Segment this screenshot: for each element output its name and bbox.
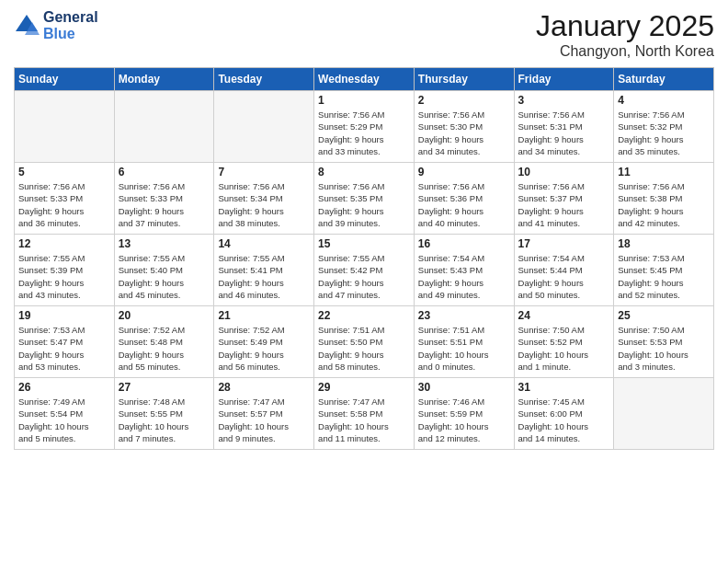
calendar-cell <box>114 91 214 163</box>
day-info: Sunrise: 7:54 AM Sunset: 5:43 PM Dayligh… <box>418 252 510 301</box>
calendar-week-3: 12Sunrise: 7:55 AM Sunset: 5:39 PM Dayli… <box>15 235 714 306</box>
calendar-cell: 15Sunrise: 7:55 AM Sunset: 5:42 PM Dayli… <box>314 235 415 306</box>
day-number: 8 <box>318 166 410 178</box>
logo-text: General Blue <box>43 9 98 41</box>
col-friday: Friday <box>514 68 614 91</box>
day-info: Sunrise: 7:56 AM Sunset: 5:30 PM Dayligh… <box>418 109 510 157</box>
calendar-cell: 29Sunrise: 7:47 AM Sunset: 5:58 PM Dayli… <box>314 378 415 450</box>
day-info: Sunrise: 7:56 AM Sunset: 5:35 PM Dayligh… <box>318 180 410 229</box>
col-tuesday: Tuesday <box>214 68 314 91</box>
day-number: 3 <box>518 94 610 107</box>
col-thursday: Thursday <box>414 68 514 91</box>
day-info: Sunrise: 7:56 AM Sunset: 5:29 PM Dayligh… <box>318 109 410 157</box>
day-info: Sunrise: 7:48 AM Sunset: 5:55 PM Dayligh… <box>119 396 210 444</box>
calendar-table: Sunday Monday Tuesday Wednesday Thursday… <box>14 67 714 450</box>
calendar-cell: 12Sunrise: 7:55 AM Sunset: 5:39 PM Dayli… <box>15 235 115 306</box>
day-number: 20 <box>119 309 210 322</box>
day-info: Sunrise: 7:56 AM Sunset: 5:33 PM Dayligh… <box>18 180 110 229</box>
location: Changyon, North Korea <box>536 43 714 60</box>
day-number: 26 <box>18 381 110 394</box>
title-area: January 2025 Changyon, North Korea <box>536 9 714 60</box>
day-number: 1 <box>318 94 410 107</box>
calendar-cell: 13Sunrise: 7:55 AM Sunset: 5:40 PM Dayli… <box>114 235 214 306</box>
day-number: 12 <box>18 237 110 250</box>
day-number: 5 <box>18 166 110 178</box>
day-number: 30 <box>418 381 510 394</box>
day-number: 2 <box>418 94 510 107</box>
calendar-cell: 17Sunrise: 7:54 AM Sunset: 5:44 PM Dayli… <box>514 235 614 306</box>
calendar-cell: 14Sunrise: 7:55 AM Sunset: 5:41 PM Dayli… <box>214 235 314 306</box>
day-info: Sunrise: 7:51 AM Sunset: 5:50 PM Dayligh… <box>318 324 410 373</box>
calendar-cell: 1Sunrise: 7:56 AM Sunset: 5:29 PM Daylig… <box>314 91 415 163</box>
calendar-cell: 28Sunrise: 7:47 AM Sunset: 5:57 PM Dayli… <box>214 378 314 450</box>
calendar-cell: 26Sunrise: 7:49 AM Sunset: 5:54 PM Dayli… <box>15 378 115 450</box>
day-number: 29 <box>318 381 410 394</box>
day-number: 4 <box>618 94 710 107</box>
calendar-cell <box>15 91 115 163</box>
day-info: Sunrise: 7:56 AM Sunset: 5:38 PM Dayligh… <box>618 180 710 229</box>
day-info: Sunrise: 7:55 AM Sunset: 5:40 PM Dayligh… <box>119 252 210 301</box>
calendar-cell: 6Sunrise: 7:56 AM Sunset: 5:33 PM Daylig… <box>114 163 214 235</box>
col-monday: Monday <box>114 68 214 91</box>
calendar-cell <box>214 91 314 163</box>
logo: General Blue <box>14 9 98 41</box>
col-saturday: Saturday <box>614 68 714 91</box>
calendar-cell: 8Sunrise: 7:56 AM Sunset: 5:35 PM Daylig… <box>314 163 415 235</box>
calendar-cell: 25Sunrise: 7:50 AM Sunset: 5:53 PM Dayli… <box>614 306 714 378</box>
day-number: 22 <box>318 309 410 322</box>
calendar-week-2: 5Sunrise: 7:56 AM Sunset: 5:33 PM Daylig… <box>15 163 714 235</box>
calendar-cell: 16Sunrise: 7:54 AM Sunset: 5:43 PM Dayli… <box>414 235 514 306</box>
day-number: 7 <box>218 166 310 178</box>
logo-icon <box>14 13 40 39</box>
day-info: Sunrise: 7:53 AM Sunset: 5:47 PM Dayligh… <box>18 324 110 373</box>
day-info: Sunrise: 7:56 AM Sunset: 5:33 PM Dayligh… <box>119 180 210 229</box>
day-info: Sunrise: 7:51 AM Sunset: 5:51 PM Dayligh… <box>418 324 510 373</box>
day-number: 31 <box>518 381 610 394</box>
day-info: Sunrise: 7:50 AM Sunset: 5:53 PM Dayligh… <box>618 324 710 373</box>
day-info: Sunrise: 7:56 AM Sunset: 5:32 PM Dayligh… <box>618 109 710 157</box>
day-number: 25 <box>618 309 710 322</box>
calendar-cell: 21Sunrise: 7:52 AM Sunset: 5:49 PM Dayli… <box>214 306 314 378</box>
calendar-cell: 2Sunrise: 7:56 AM Sunset: 5:30 PM Daylig… <box>414 91 514 163</box>
calendar-cell: 5Sunrise: 7:56 AM Sunset: 5:33 PM Daylig… <box>15 163 115 235</box>
day-info: Sunrise: 7:56 AM Sunset: 5:37 PM Dayligh… <box>518 180 610 229</box>
day-info: Sunrise: 7:56 AM Sunset: 5:31 PM Dayligh… <box>518 109 610 157</box>
day-info: Sunrise: 7:56 AM Sunset: 5:34 PM Dayligh… <box>218 180 310 229</box>
day-number: 18 <box>618 237 710 250</box>
calendar-cell: 4Sunrise: 7:56 AM Sunset: 5:32 PM Daylig… <box>614 91 714 163</box>
day-number: 13 <box>119 237 210 250</box>
day-number: 23 <box>418 309 510 322</box>
day-info: Sunrise: 7:52 AM Sunset: 5:49 PM Dayligh… <box>218 324 310 373</box>
day-number: 9 <box>418 166 510 178</box>
day-info: Sunrise: 7:56 AM Sunset: 5:36 PM Dayligh… <box>418 180 510 229</box>
calendar-cell: 31Sunrise: 7:45 AM Sunset: 6:00 PM Dayli… <box>514 378 614 450</box>
day-number: 28 <box>218 381 310 394</box>
calendar-week-4: 19Sunrise: 7:53 AM Sunset: 5:47 PM Dayli… <box>15 306 714 378</box>
day-number: 14 <box>218 237 310 250</box>
calendar-cell: 30Sunrise: 7:46 AM Sunset: 5:59 PM Dayli… <box>414 378 514 450</box>
calendar-week-1: 1Sunrise: 7:56 AM Sunset: 5:29 PM Daylig… <box>15 91 714 163</box>
calendar-cell: 3Sunrise: 7:56 AM Sunset: 5:31 PM Daylig… <box>514 91 614 163</box>
day-info: Sunrise: 7:49 AM Sunset: 5:54 PM Dayligh… <box>18 396 110 444</box>
day-info: Sunrise: 7:55 AM Sunset: 5:42 PM Dayligh… <box>318 252 410 301</box>
day-number: 19 <box>18 309 110 322</box>
calendar-cell: 19Sunrise: 7:53 AM Sunset: 5:47 PM Dayli… <box>15 306 115 378</box>
calendar-cell <box>614 378 714 450</box>
day-info: Sunrise: 7:47 AM Sunset: 5:57 PM Dayligh… <box>218 396 310 444</box>
day-number: 11 <box>618 166 710 178</box>
day-number: 21 <box>218 309 310 322</box>
calendar-week-5: 26Sunrise: 7:49 AM Sunset: 5:54 PM Dayli… <box>15 378 714 450</box>
day-info: Sunrise: 7:47 AM Sunset: 5:58 PM Dayligh… <box>318 396 410 444</box>
day-info: Sunrise: 7:50 AM Sunset: 5:52 PM Dayligh… <box>518 324 610 373</box>
day-info: Sunrise: 7:52 AM Sunset: 5:48 PM Dayligh… <box>119 324 210 373</box>
day-number: 16 <box>418 237 510 250</box>
calendar-cell: 24Sunrise: 7:50 AM Sunset: 5:52 PM Dayli… <box>514 306 614 378</box>
calendar-cell: 10Sunrise: 7:56 AM Sunset: 5:37 PM Dayli… <box>514 163 614 235</box>
calendar-header-row: Sunday Monday Tuesday Wednesday Thursday… <box>15 68 714 91</box>
day-number: 27 <box>119 381 210 394</box>
day-info: Sunrise: 7:54 AM Sunset: 5:44 PM Dayligh… <box>518 252 610 301</box>
page: General Blue January 2025 Changyon, Nort… <box>0 0 728 563</box>
calendar-cell: 20Sunrise: 7:52 AM Sunset: 5:48 PM Dayli… <box>114 306 214 378</box>
day-number: 15 <box>318 237 410 250</box>
header: General Blue January 2025 Changyon, Nort… <box>14 9 714 60</box>
